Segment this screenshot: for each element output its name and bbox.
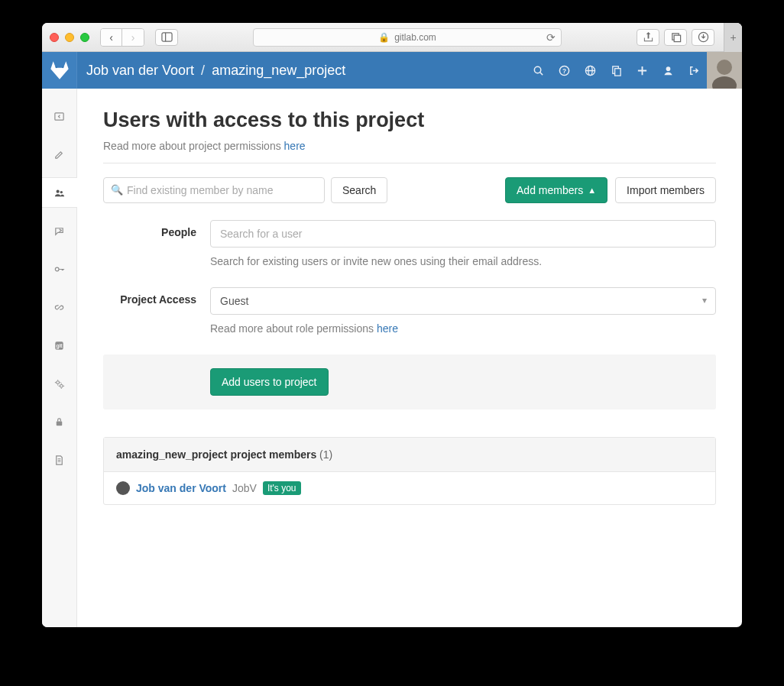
member-search-box: 🔍 xyxy=(103,177,325,203)
user-avatar[interactable] xyxy=(707,52,742,89)
svg-line-8 xyxy=(539,72,542,74)
traffic-lights xyxy=(50,33,89,42)
member-handle: JobV xyxy=(232,482,257,494)
rail-edit-icon[interactable] xyxy=(42,144,77,165)
logout-icon[interactable] xyxy=(681,52,707,89)
tab-overview-button[interactable] xyxy=(155,29,178,46)
tanuki-icon xyxy=(48,59,71,82)
rail-doc-icon[interactable] xyxy=(42,449,77,471)
svg-rect-0 xyxy=(161,33,171,41)
tabs-button[interactable] xyxy=(664,29,687,46)
help-icon[interactable]: ? xyxy=(551,52,577,89)
rail-lock-icon[interactable] xyxy=(42,411,77,432)
clipboard-icon[interactable] xyxy=(603,52,629,89)
access-row: Project Access Guest Read more about rol… xyxy=(103,287,716,348)
member-avatar xyxy=(116,481,130,495)
members-panel: amazing_new_project project members (1) … xyxy=(103,437,716,505)
search-icon[interactable] xyxy=(525,52,551,89)
action-buttons: Add members ▲ Import members xyxy=(505,177,716,203)
svg-point-16 xyxy=(666,66,670,71)
people-label: People xyxy=(103,220,210,281)
svg-point-18 xyxy=(717,60,732,75)
page-subtitle: Read more about project permissions here xyxy=(103,140,716,152)
svg-point-22 xyxy=(60,190,63,193)
svg-text:?: ? xyxy=(562,66,565,74)
app-topbar: Job van der Voort / amazing_new_project … xyxy=(42,52,742,89)
lock-icon: 🔒 xyxy=(378,32,390,43)
rail-git-icon[interactable]: git xyxy=(42,335,77,356)
search-icon: 🔍 xyxy=(111,184,123,196)
people-row: People Search for existing users or invi… xyxy=(103,220,716,281)
new-tab-button[interactable]: + xyxy=(724,23,742,52)
rail-key-icon[interactable] xyxy=(42,258,77,280)
plus-icon[interactable] xyxy=(629,52,655,89)
svg-rect-20 xyxy=(55,112,63,119)
share-button[interactable] xyxy=(637,29,659,46)
people-helper: Search for existing users or invite new … xyxy=(210,255,716,267)
svg-point-27 xyxy=(60,384,63,387)
titlebar: ‹ › 🔒 gitlab.com ⟳ + xyxy=(42,23,742,52)
its-you-badge: It's you xyxy=(263,481,301,495)
rail-share-icon[interactable] xyxy=(42,220,77,241)
nav-back-button[interactable]: ‹ xyxy=(101,29,122,46)
toolbar-right xyxy=(637,29,714,46)
globe-icon[interactable] xyxy=(577,52,603,89)
member-row: Job van der Voort JobV It's you xyxy=(104,472,715,504)
add-members-button[interactable]: Add members ▲ xyxy=(505,177,607,203)
svg-point-7 xyxy=(534,66,540,73)
left-rail: git xyxy=(42,89,77,627)
svg-rect-3 xyxy=(674,35,680,41)
sidebar-icon xyxy=(161,31,173,43)
people-input[interactable] xyxy=(210,220,716,248)
rail-members-icon[interactable] xyxy=(42,177,77,208)
divider xyxy=(103,163,716,163)
nav-forward-button[interactable]: › xyxy=(122,29,144,46)
submit-band: Add users to project xyxy=(103,354,716,409)
svg-text:git: git xyxy=(57,343,63,349)
search-button[interactable]: Search xyxy=(331,177,387,203)
address-domain: gitlab.com xyxy=(394,32,436,43)
member-search-input[interactable] xyxy=(103,177,325,203)
add-users-button[interactable]: Add users to project xyxy=(210,368,329,396)
close-window-icon[interactable] xyxy=(50,33,59,42)
svg-point-5 xyxy=(55,66,57,69)
page-title: Users with access to this project xyxy=(103,108,716,132)
rail-gears-icon[interactable] xyxy=(42,373,77,394)
breadcrumb[interactable]: Job van der Voort / amazing_new_project xyxy=(86,63,345,79)
nav-back-forward: ‹ › xyxy=(100,28,144,47)
chevron-up-icon: ▲ xyxy=(588,186,596,195)
breadcrumb-owner[interactable]: Job van der Voort xyxy=(86,63,194,78)
breadcrumb-separator: / xyxy=(201,63,205,78)
svg-point-26 xyxy=(57,380,60,383)
svg-rect-15 xyxy=(614,68,620,75)
svg-rect-28 xyxy=(57,421,63,426)
svg-point-21 xyxy=(57,189,60,193)
main-content: Users with access to this project Read m… xyxy=(77,89,742,627)
topbar-actions: ? xyxy=(525,52,742,89)
access-helper: Read more about role permissions here xyxy=(210,322,716,335)
downloads-button[interactable] xyxy=(692,29,714,46)
rail-link-icon[interactable] xyxy=(42,296,77,318)
search-row: 🔍 Search Add members ▲ Import members xyxy=(103,177,716,203)
app-shell: git Users with access to this project Re… xyxy=(42,89,742,627)
address-bar[interactable]: 🔒 gitlab.com ⟳ xyxy=(253,28,562,47)
user-icon[interactable] xyxy=(655,52,681,89)
zoom-window-icon[interactable] xyxy=(80,33,89,42)
permissions-link[interactable]: here xyxy=(284,140,306,152)
access-label: Project Access xyxy=(103,287,210,348)
import-members-button[interactable]: Import members xyxy=(615,177,716,203)
rail-back-icon[interactable] xyxy=(42,105,77,127)
access-select[interactable]: Guest xyxy=(210,287,716,315)
breadcrumb-project[interactable]: amazing_new_project xyxy=(212,63,345,78)
minimize-window-icon[interactable] xyxy=(65,33,74,42)
svg-point-6 xyxy=(61,66,63,69)
svg-point-23 xyxy=(55,267,59,271)
member-name[interactable]: Job van der Voort xyxy=(136,482,226,494)
members-heading: amazing_new_project project members (1) xyxy=(104,438,715,472)
gitlab-logo[interactable] xyxy=(42,52,77,89)
reload-icon[interactable]: ⟳ xyxy=(546,31,556,44)
browser-window: ‹ › 🔒 gitlab.com ⟳ + Job van der Voort / xyxy=(42,23,742,627)
role-permissions-link[interactable]: here xyxy=(377,322,398,335)
